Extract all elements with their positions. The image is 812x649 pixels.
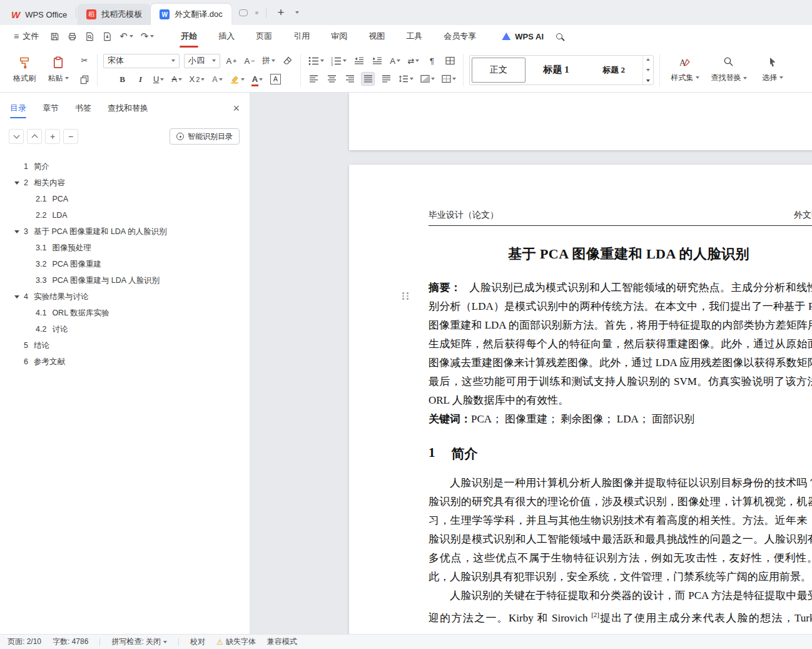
gallery-more-icon[interactable] [646,79,650,82]
page-2[interactable]: 毕业设计（论文） 外文翻译 基于 PCA 图像重建和 LDA 的人脸识别 摘要：… [349,165,812,634]
side-panel-tab-查找和替换[interactable]: 查找和替换 [108,93,148,124]
export-pdf-button[interactable] [103,32,112,41]
collapse-triangle-icon[interactable] [14,295,19,299]
line-spacing-button[interactable] [397,72,415,86]
redo-button[interactable]: ↷ [141,31,149,42]
menu-tab-插入[interactable]: 插入 [208,25,245,48]
paste-button[interactable]: 粘贴 [44,52,73,88]
align-left-button[interactable] [307,72,320,86]
menu-tab-开始[interactable]: 开始 [170,25,208,48]
increase-font-button[interactable]: A+ [225,54,238,68]
search-button[interactable] [554,29,565,44]
next-heading-button[interactable] [9,129,24,144]
bullet-list-button[interactable] [307,54,325,68]
underline-button[interactable]: U [152,73,166,86]
italic-button[interactable]: I [134,73,148,86]
collapse-all-button[interactable]: − [63,129,78,144]
find-replace-button[interactable]: 查找替换 [709,51,748,89]
style-set-button[interactable]: A 样式集 [666,51,704,89]
toc-item-4.2[interactable]: 4.2讨论 [0,321,245,337]
prev-heading-button[interactable] [27,129,42,144]
paragraph-mark-button[interactable]: ¶ [425,54,439,68]
strikethrough-button[interactable]: A [170,73,184,86]
tab-wps-office[interactable]: W WPS Office [3,4,76,25]
menu-tab-引用[interactable]: 引用 [283,25,320,48]
smart-toc-button[interactable]: 智能识别目录 [170,128,240,145]
font-color-button[interactable]: A [250,73,264,86]
tab-document[interactable]: W 外文翻译.doc [151,4,231,25]
toc-item-3.3[interactable]: 3.3PCA 图像重建与 LDA 人脸识别 [0,272,245,289]
toc-item-5[interactable]: 5结论 [0,337,245,354]
clear-format-button[interactable] [281,54,295,68]
align-center-button[interactable] [325,72,338,86]
menu-tab-会员专享[interactable]: 会员专享 [433,25,487,48]
toc-item-3[interactable]: 3基于 PCA 图像重建和 LDA 的人脸识别 [0,223,245,240]
toc-item-6[interactable]: 6参考文献 [0,354,245,370]
page-1-fragment[interactable] [349,93,812,150]
align-justify-button[interactable] [361,72,375,86]
menu-tab-审阅[interactable]: 审阅 [320,25,358,48]
side-panel-tab-目录[interactable]: 目录 [10,93,26,124]
tab-list-caret-icon[interactable] [295,11,299,14]
print-button[interactable] [68,32,77,41]
gallery-scroll-up-icon[interactable] [646,58,650,61]
toc-item-1[interactable]: 1简介 [0,158,245,175]
toc-item-2[interactable]: 2相关内容 [0,175,245,191]
borders-button[interactable] [440,72,457,86]
side-panel-tab-书签[interactable]: 书签 [75,93,91,124]
align-distribute-button[interactable] [379,72,393,86]
menu-tab-工具[interactable]: 工具 [395,25,433,48]
select-button[interactable]: 选择 [753,51,792,89]
spellcheck-toggle[interactable]: 拼写检查: 关闭 [111,636,167,647]
increase-indent-button[interactable] [370,54,384,68]
align-right-button[interactable] [343,72,357,86]
text-effect-button[interactable]: A [210,73,224,86]
style-item-2[interactable]: 标题 2 [585,56,642,84]
toc-item-2.2[interactable]: 2.2LDA [0,207,245,223]
compat-mode-indicator[interactable]: 兼容模式 [267,636,297,647]
decrease-font-button[interactable]: A− [243,54,256,68]
toc-item-2.1[interactable]: 2.1PCA [0,191,245,207]
comment-bubble-icon[interactable] [239,9,248,16]
redo-caret-icon[interactable] [150,35,154,38]
text-direction-button[interactable]: ⇄ [407,54,421,68]
decrease-indent-button[interactable] [352,54,366,68]
char-shading-button[interactable]: A [268,73,282,86]
toc-item-4.1[interactable]: 4.1ORL 数据库实验 [0,305,245,321]
toc-item-3.1[interactable]: 3.1图像预处理 [0,240,245,256]
save-button[interactable] [50,32,59,41]
undo-caret-icon[interactable] [129,35,133,38]
format-painter-button[interactable]: 格式刷 [10,52,39,88]
font-name-select[interactable]: 宋体 [103,54,180,68]
menu-tab-页面[interactable]: 页面 [245,25,283,48]
missing-font-warning[interactable]: ⚠ 缺失字体 [216,636,256,647]
shading-button[interactable] [419,72,436,86]
superscript-button[interactable]: X2 [188,73,206,86]
wps-ai-button[interactable]: WPS AI [502,32,544,41]
highlight-button[interactable] [228,73,246,86]
font-size-select[interactable]: 小四 [184,54,220,68]
cut-button[interactable]: ✂ [78,53,91,67]
toc-item-3.2[interactable]: 3.2PCA 图像重建 [0,256,245,272]
table-grid-button[interactable] [443,54,457,68]
collapse-triangle-icon[interactable] [14,230,19,233]
word-count[interactable]: 字数: 4786 [53,636,88,647]
bold-button[interactable]: B [116,73,129,86]
print-preview-button[interactable] [85,32,94,41]
file-menu-button[interactable]: ≡ 文件 [9,31,44,42]
proofread-button[interactable]: 校对 [190,636,205,647]
pinyin-guide-button[interactable]: 拼 [261,54,277,68]
new-tab-button[interactable]: + [274,6,288,19]
document-canvas[interactable]: 毕业设计（论文） 外文翻译 基于 PCA 图像重建和 LDA 的人脸识别 摘要：… [250,93,812,634]
gallery-scroll-down-icon[interactable] [646,69,650,71]
side-panel-tab-章节[interactable]: 章节 [43,93,59,124]
menu-tab-视图[interactable]: 视图 [358,25,395,48]
numbered-list-button[interactable]: 123 [330,54,348,68]
change-case-button[interactable]: A [388,54,402,68]
toc-item-4[interactable]: 4实验结果与讨论 [0,289,245,305]
collapse-triangle-icon[interactable] [14,181,19,185]
tab-docer-templates[interactable]: 稻 找稻壳模板 [78,4,151,25]
close-panel-button[interactable]: × [233,103,240,114]
style-item-1[interactable]: 标题 1 [527,56,585,84]
paragraph-drag-handle-icon[interactable] [402,292,409,300]
